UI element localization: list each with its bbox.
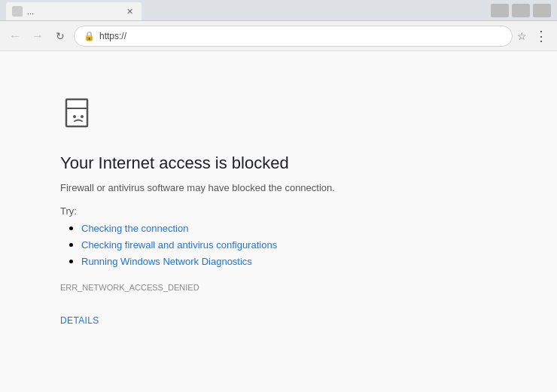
title-bar-controls <box>491 4 551 17</box>
error-icon <box>60 96 96 132</box>
browser-tab[interactable]: ... ✕ <box>6 2 142 20</box>
back-button[interactable]: ← <box>6 27 24 45</box>
error-code: ERR_NETWORK_ACCESS_DENIED <box>60 283 497 292</box>
error-title: Your Internet access is blocked <box>60 153 497 173</box>
try-label: Try: <box>60 205 497 217</box>
address-bar: ← → ↻ 🔒 https:// ☆ ⋮ <box>0 21 557 51</box>
menu-icon[interactable]: ⋮ <box>531 28 551 44</box>
list-item: Running Windows Network Diagnostics <box>81 254 497 268</box>
maximize-button[interactable] <box>512 4 530 17</box>
svg-point-3 <box>81 115 84 118</box>
suggestion-link-2[interactable]: Checking firewall and antivirus configur… <box>81 239 277 251</box>
svg-rect-0 <box>66 99 87 126</box>
page-content: Your Internet access is blocked Firewall… <box>0 51 557 392</box>
suggestions-list: Checking the connection Checking firewal… <box>60 221 497 268</box>
close-window-button[interactable] <box>533 4 551 17</box>
list-item: Checking firewall and antivirus configur… <box>81 238 497 251</box>
url-text: https:// <box>99 31 503 41</box>
tab-title: ... <box>27 7 119 16</box>
svg-point-2 <box>73 115 76 118</box>
secure-icon: 🔒 <box>84 31 95 41</box>
forward-button[interactable]: → <box>29 27 47 45</box>
suggestion-link-1[interactable]: Checking the connection <box>81 223 188 234</box>
reload-button[interactable]: ↻ <box>51 27 69 45</box>
bookmark-icon[interactable]: ☆ <box>517 30 527 42</box>
url-bar[interactable]: 🔒 https:// <box>74 26 513 47</box>
details-link[interactable]: DETAILS <box>60 315 99 326</box>
title-bar: ... ✕ <box>0 0 557 21</box>
tab-container: ... ✕ <box>6 0 142 20</box>
suggestion-link-3[interactable]: Running Windows Network Diagnostics <box>81 256 252 267</box>
minimize-button[interactable] <box>491 4 509 17</box>
error-subtitle: Firewall or antivirus software may have … <box>60 182 497 193</box>
tab-close-button[interactable]: ✕ <box>123 5 135 17</box>
tab-favicon <box>12 6 23 17</box>
list-item: Checking the connection <box>81 221 497 235</box>
